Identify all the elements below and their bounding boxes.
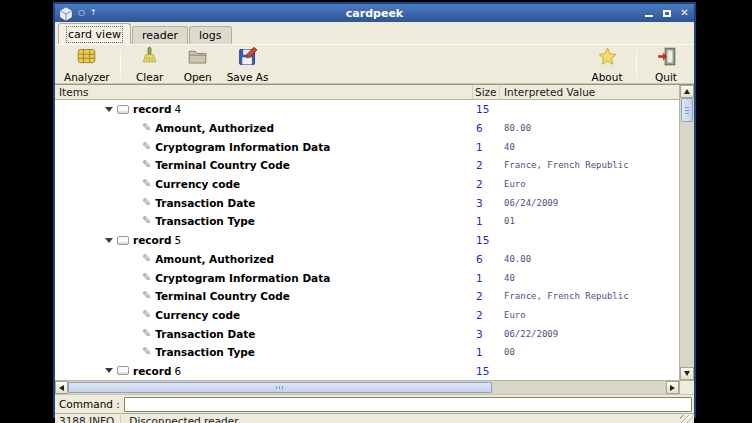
vertical-scrollbar-thumb[interactable] xyxy=(681,98,693,122)
column-header-interpreted-value[interactable]: Interpreted Value xyxy=(500,85,679,99)
scroll-right-button[interactable] xyxy=(666,381,679,394)
tab-label: logs xyxy=(199,29,222,42)
table-row[interactable]: ✎ record 5 15 xyxy=(55,231,679,250)
toolbar-right-group: About Quit xyxy=(583,46,690,82)
interpreted-value: 00 xyxy=(500,347,679,357)
table-row[interactable]: ✎ record 6 15 xyxy=(55,362,679,381)
size-value: 15 xyxy=(473,365,500,377)
item-cell: ✎ Currency code xyxy=(55,178,473,190)
pencil-icon: ✎ xyxy=(142,347,151,357)
quit-icon xyxy=(656,46,677,71)
table-row[interactable]: ✎ Currency code 2 Euro xyxy=(55,175,679,194)
about-button[interactable]: About xyxy=(583,46,631,82)
table-row[interactable]: ✎ Transaction Type 1 00 xyxy=(55,343,679,362)
interpreted-value: Euro xyxy=(500,310,679,320)
pencil-icon: ✎ xyxy=(142,123,151,133)
vertical-scrollbar[interactable] xyxy=(679,85,694,380)
expander-triangle-icon[interactable] xyxy=(105,107,113,112)
window-shade-arrow-icon[interactable]: ↑ xyxy=(90,6,97,20)
tab-reader[interactable]: reader xyxy=(132,26,188,44)
size-value: 15 xyxy=(473,103,500,115)
item-cell: ✎ Cryptogram Information Data xyxy=(55,141,473,153)
maximize-button[interactable] xyxy=(661,7,672,19)
item-label: Terminal Country Code xyxy=(155,159,290,171)
expander-triangle-icon[interactable] xyxy=(105,368,113,373)
tab-label: card view xyxy=(68,28,121,41)
tab-card-view[interactable]: card view xyxy=(58,23,131,44)
table-row[interactable]: ✎ Cryptogram Information Data 1 40 xyxy=(55,137,679,156)
item-cell: ✎ Currency code xyxy=(55,309,473,321)
table-row[interactable]: ✎ Currency code 2 Euro xyxy=(55,306,679,325)
save-as-button[interactable]: Save As xyxy=(222,46,274,82)
pencil-icon: ✎ xyxy=(142,273,151,283)
item-label: Transaction Type xyxy=(155,215,255,227)
clear-button[interactable]: Clear xyxy=(126,46,174,82)
analyzer-button[interactable]: Analyzer xyxy=(59,46,115,82)
size-value: 6 xyxy=(473,253,500,265)
tree-header: Items Size Interpreted Value xyxy=(55,85,679,100)
pencil-icon: ✎ xyxy=(142,310,151,320)
size-value: 2 xyxy=(473,178,500,190)
size-value: 1 xyxy=(473,346,500,358)
size-value: 2 xyxy=(473,159,500,171)
window-controls: ✕ xyxy=(643,7,690,19)
open-button[interactable]: Open xyxy=(174,46,222,82)
table-row[interactable]: ✎ Cryptogram Information Data 1 40 xyxy=(55,268,679,287)
table-row[interactable]: ✎ Amount, Authorized 6 80.00 xyxy=(55,119,679,138)
table-row[interactable]: ✎ Terminal Country Code 2 France, French… xyxy=(55,287,679,306)
scrollbar-corner xyxy=(679,380,694,394)
scroll-up-button[interactable] xyxy=(680,85,694,98)
interpreted-value: 40 xyxy=(500,273,679,283)
star-icon xyxy=(597,46,618,71)
size-value: 15 xyxy=(473,234,500,246)
window-menu-dot-icon[interactable]: ○ xyxy=(78,6,85,20)
item-cell: ✎ Cryptogram Information Data xyxy=(55,272,473,284)
table-row[interactable]: ✎ Terminal Country Code 2 France, French… xyxy=(55,156,679,175)
command-label: Command : xyxy=(59,398,120,410)
horizontal-scrollbar[interactable] xyxy=(55,380,679,394)
record-icon xyxy=(117,236,129,245)
interpreted-value: 01 xyxy=(500,216,679,226)
close-button[interactable]: ✕ xyxy=(679,7,690,19)
item-cell: ✎ Amount, Authorized xyxy=(55,253,473,265)
table-row[interactable]: ✎ Transaction Date 3 06/24/2009 xyxy=(55,193,679,212)
status-message: Disconnected reader xyxy=(121,415,246,423)
horizontal-scrollbar-trough[interactable] xyxy=(492,381,666,394)
quit-button[interactable]: Quit xyxy=(642,46,690,82)
horizontal-scrollbar-thumb[interactable] xyxy=(68,382,492,393)
titlebar[interactable]: ○ ↑ cardpeek ✕ xyxy=(55,4,694,22)
right-arrow-icon xyxy=(670,385,675,391)
toolbar-button-label: Open xyxy=(184,71,212,83)
floppy-icon xyxy=(237,46,258,71)
interpreted-value: 06/22/2009 xyxy=(500,329,679,339)
vertical-scrollbar-trough[interactable] xyxy=(680,122,694,367)
scroll-left-button[interactable] xyxy=(55,381,68,394)
toolbar-button-label: Save As xyxy=(227,71,269,83)
table-row[interactable]: ✎ record 4 15 xyxy=(55,100,679,119)
command-input[interactable] xyxy=(124,397,692,412)
pencil-icon: ✎ xyxy=(142,198,151,208)
item-label: Cryptogram Information Data xyxy=(155,272,330,284)
record-icon xyxy=(117,105,129,114)
table-row[interactable]: ✎ Amount, Authorized 6 40.00 xyxy=(55,250,679,269)
toolbar-separator xyxy=(120,49,121,79)
expander-triangle-icon[interactable] xyxy=(105,238,113,243)
item-label: Currency code xyxy=(155,309,240,321)
pencil-icon: ✎ xyxy=(142,216,151,226)
cardpeek-window: ○ ↑ cardpeek ✕ card view reader logs xyxy=(53,2,696,418)
tab-logs[interactable]: logs xyxy=(189,26,232,44)
minimize-button[interactable] xyxy=(643,7,654,19)
status-counter: 3188 INFO xyxy=(55,415,121,423)
toolbar-button-label: Clear xyxy=(136,71,163,83)
scroll-down-button[interactable] xyxy=(680,367,694,380)
item-number: 4 xyxy=(174,103,181,115)
resize-grip[interactable] xyxy=(680,415,693,423)
table-row[interactable]: ✎ Transaction Date 3 06/22/2009 xyxy=(55,324,679,343)
toolbar-separator xyxy=(636,49,637,79)
table-row[interactable]: ✎ Transaction Type 1 01 xyxy=(55,212,679,231)
chip-card-icon xyxy=(76,46,97,71)
column-header-items[interactable]: Items xyxy=(55,85,473,99)
size-value: 6 xyxy=(473,122,500,134)
column-header-size[interactable]: Size xyxy=(473,85,500,99)
item-cell: ✎ Terminal Country Code xyxy=(55,290,473,302)
